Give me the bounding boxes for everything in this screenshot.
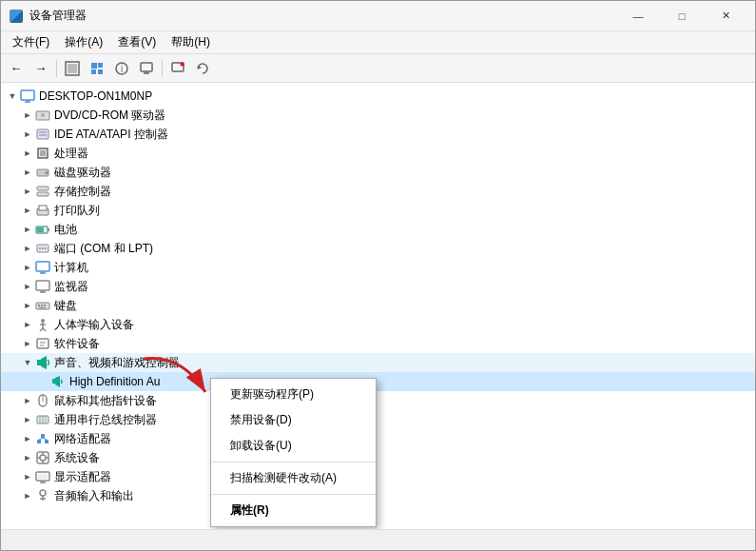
svg-rect-4 [91,69,96,74]
dvd-label: DVD/CD-ROM 驱动器 [54,108,165,124]
tree-item-monitor[interactable]: ► 监视器 [1,277,755,296]
toolbar-remove-btn[interactable] [166,58,189,79]
svg-rect-68 [45,440,48,443]
menu-help[interactable]: 帮助(H) [164,32,218,52]
expand-root[interactable]: ▼ [5,89,20,104]
svg-line-71 [43,438,47,440]
svg-rect-48 [39,307,46,308]
tree-item-keyboard[interactable]: ► 键盘 [1,296,755,315]
tree-item-network[interactable]: ► 网络适配器 [1,429,755,448]
expand-hid[interactable]: ► [20,317,35,332]
minimize-button[interactable]: — [616,1,660,31]
expand-hda[interactable] [35,374,50,389]
svg-point-37 [45,247,47,249]
svg-rect-59 [52,379,55,384]
software-label: 软件设备 [54,336,100,352]
expand-sound[interactable]: ▼ [20,355,35,370]
status-bar [1,529,755,550]
expand-monitor[interactable]: ► [20,279,35,294]
audioin-label: 音频输入和输出 [54,488,134,504]
expand-port[interactable]: ► [20,241,35,256]
svg-marker-60 [55,376,60,387]
tree-item-dvd[interactable]: ► DVD/CD-ROM 驱动器 [1,106,755,125]
sound-label: 声音、视频和游戏控制器 [54,355,180,371]
tree-item-print[interactable]: ► 打印队列 [1,201,755,220]
svg-rect-28 [37,192,48,196]
audioin-icon [35,488,50,503]
toolbar-btn-3[interactable] [61,58,84,79]
expand-network[interactable]: ► [20,431,35,446]
expand-ide[interactable]: ► [20,127,35,142]
toolbar-monitor-btn[interactable] [135,58,158,79]
maximize-button[interactable]: □ [660,1,704,31]
svg-rect-32 [48,228,49,231]
tree-item-bus[interactable]: ► 通用串行总线控制器 [1,410,755,429]
back-button[interactable]: ← [5,58,28,79]
tree-item-hda[interactable]: High Definition Au [1,372,755,391]
expand-cpu[interactable]: ► [20,146,35,161]
tree-item-port[interactable]: ► 端口 (COM 和 LPT) [1,239,755,258]
menu-view[interactable]: 查看(V) [110,32,164,52]
toolbar-refresh-btn[interactable] [191,58,214,79]
svg-rect-20 [37,129,48,139]
tree-item-storage[interactable]: ► 存储控制器 [1,182,755,201]
tree-item-mouse[interactable]: ► 鼠标和其他指针设备 [1,391,755,410]
expand-computer[interactable]: ► [20,260,35,275]
expand-audioin[interactable]: ► [20,488,35,503]
expand-sys[interactable]: ► [20,450,35,465]
ctx-disable[interactable]: 禁用设备(D) [211,407,376,433]
svg-point-82 [40,490,46,496]
ctx-scan[interactable]: 扫描检测硬件改动(A) [211,465,376,491]
expand-bus[interactable]: ► [20,412,35,427]
ctx-uninstall[interactable]: 卸载设备(U) [211,433,376,459]
print-icon [35,203,50,218]
tree-root[interactable]: ▼ DESKTOP-ON1M0NP [1,87,755,106]
menu-file[interactable]: 文件(F) [5,32,57,52]
tree-item-display[interactable]: ► 显示适配器 [1,467,755,486]
tree-item-sys[interactable]: ► 系统设备 [1,448,755,467]
keyboard-label: 键盘 [54,298,77,314]
tree-item-sound[interactable]: ▼ 声音、视频和游戏控制器 [1,353,755,372]
ctx-sep-1 [211,462,376,462]
svg-line-53 [43,328,46,331]
expand-keyboard[interactable]: ► [20,298,35,313]
expand-battery[interactable]: ► [20,222,35,237]
svg-rect-27 [37,187,48,190]
ctx-props[interactable]: 属性(R) [211,498,376,523]
disk-icon [35,165,50,180]
ctx-update[interactable]: 更新驱动程序(P) [211,382,376,407]
close-button[interactable]: ✕ [704,1,747,31]
hda-label: High Definition Au [69,375,160,388]
tree-item-hid[interactable]: ► 人体学输入设备 [1,315,755,334]
sys-label: 系统设备 [54,450,100,466]
menu-action[interactable]: 操作(A) [57,32,110,52]
tree-item-software[interactable]: ► 软件设备 [1,334,755,353]
forward-button[interactable]: → [29,58,52,79]
svg-line-70 [39,438,43,440]
tree-item-battery[interactable]: ► 电池 [1,220,755,239]
tree-item-computer[interactable]: ► 计算机 [1,258,755,277]
monitor-label: 监视器 [54,279,88,295]
tree-item-ide[interactable]: ► IDE ATA/ATAPI 控制器 [1,125,755,144]
expand-storage[interactable]: ► [20,184,35,199]
expand-mouse[interactable]: ► [20,393,35,408]
expand-software[interactable]: ► [20,336,35,351]
toolbar-btn-4[interactable] [86,58,108,79]
svg-rect-57 [37,360,41,365]
window-icon [9,9,24,24]
tree-item-cpu[interactable]: ► 处理器 [1,144,755,163]
svg-rect-46 [41,305,43,306]
tree-item-audioin[interactable]: ► 音频输入和输出 [1,486,755,505]
expand-dvd[interactable]: ► [20,108,35,123]
toolbar-btn-5[interactable]: i [110,58,133,79]
sound-icon [35,355,50,370]
expand-print[interactable]: ► [20,203,35,218]
display-icon [35,469,50,484]
expand-display[interactable]: ► [20,469,35,484]
computer-icon [35,260,50,275]
ctx-sep-2 [211,494,376,495]
software-icon [35,336,50,351]
device-tree[interactable]: ▼ DESKTOP-ON1M0NP ► [1,83,755,529]
expand-disk[interactable]: ► [20,165,35,180]
tree-item-disk[interactable]: ► 磁盘驱动器 [1,163,755,182]
